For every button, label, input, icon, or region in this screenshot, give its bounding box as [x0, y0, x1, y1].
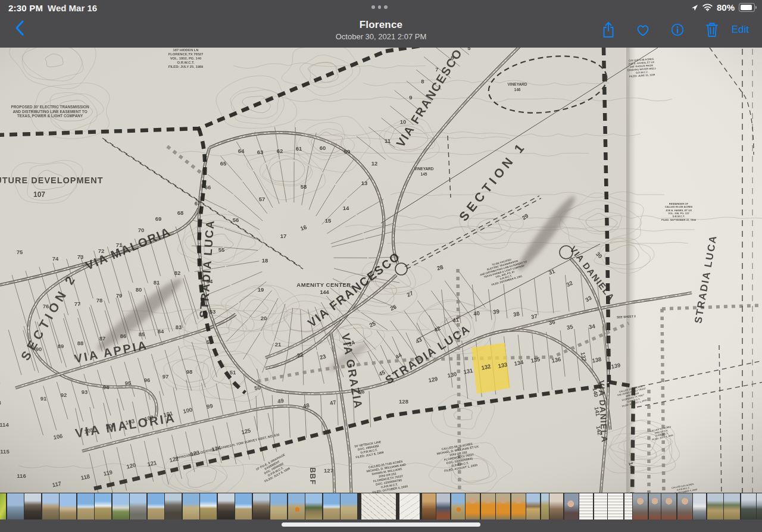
filmstrip-thumb[interactable] [511, 493, 526, 520]
area-label: AMENITY CENTER [296, 281, 351, 288]
filmstrip-thumb[interactable] [633, 493, 648, 520]
status-time: 2:30 PM [8, 3, 43, 13]
area-label: FUTURE DEVELOPMENT [0, 176, 104, 185]
filmstrip-thumb[interactable] [183, 493, 199, 520]
lot-number: 2 [0, 378, 1, 384]
plat-map-photo[interactable]: VIA MALORIAVIA APPIAVIA MALORIASTRADIA L… [0, 48, 762, 493]
lot-number: 19 [258, 286, 264, 293]
lot-number: 6 [451, 54, 454, 61]
lot-number: 60 [320, 145, 326, 151]
filmstrip-thumb[interactable] [693, 493, 706, 520]
filmstrip-thumb[interactable] [481, 493, 495, 520]
photos-app-screen: 2:30 PM Wed Mar 16 80% Florence October … [0, 0, 762, 532]
lot-number: 20 [261, 315, 267, 321]
lot-number: 86 [120, 333, 127, 339]
lot-number: 63 [257, 149, 264, 155]
lot-number: 91 [40, 395, 47, 402]
lot-number: 66 [205, 184, 211, 190]
home-indicator[interactable] [282, 522, 480, 527]
filmstrip-thumb[interactable] [113, 493, 129, 520]
lot-number: 58 [301, 183, 307, 190]
info-button[interactable] [660, 19, 695, 40]
filmstrip-thumb[interactable] [77, 493, 94, 520]
lot-number: 39 [493, 308, 500, 315]
filmstrip-thumb[interactable] [235, 493, 252, 520]
filmstrip-thumb[interactable] [323, 493, 340, 520]
filmstrip-thumb[interactable] [422, 493, 436, 520]
lot-number: 13 [361, 180, 368, 186]
filmstrip-thumb[interactable] [677, 493, 692, 520]
filmstrip-thumb[interactable] [42, 493, 59, 520]
favorite-button[interactable] [626, 19, 660, 40]
filmstrip-thumb[interactable] [594, 493, 607, 520]
filmstrip-thumb[interactable] [305, 493, 322, 520]
area-label: 107 [33, 190, 45, 199]
filmstrip-thumb[interactable] [624, 493, 632, 520]
filmstrip-thumb[interactable] [0, 493, 6, 520]
lot-number: 73 [77, 254, 84, 260]
filmstrip-thumb[interactable] [95, 493, 111, 520]
lot-number: 65 [220, 160, 227, 167]
filmstrip-thumb[interactable] [200, 493, 217, 520]
edit-button[interactable]: Edit [729, 24, 762, 36]
multitasking-dots-icon[interactable] [371, 5, 388, 9]
filmstrip-thumb[interactable] [564, 493, 579, 520]
filmstrip-thumb[interactable] [60, 493, 76, 520]
heart-icon [635, 23, 651, 37]
filmstrip-thumb[interactable] [130, 493, 146, 520]
filmstrip-thumb[interactable] [741, 493, 756, 520]
filmstrip-thumb[interactable] [288, 493, 305, 520]
filmstrip-thumb[interactable] [608, 493, 623, 520]
filmstrip-thumb[interactable] [579, 493, 593, 520]
lot-number: 67 [195, 200, 201, 206]
filmstrip-thumb[interactable] [24, 493, 41, 520]
lot-number: 8 [421, 78, 424, 85]
filmstrip-thumb[interactable] [466, 493, 480, 520]
filmstrip-scrubber[interactable] [0, 493, 762, 520]
lot-number: 69 [155, 215, 162, 222]
filmstrip-thumb[interactable] [218, 493, 235, 520]
filmstrip-thumb[interactable] [7, 493, 24, 520]
lot-number: 15 [325, 217, 332, 224]
filmstrip-thumb[interactable] [253, 493, 270, 520]
trash-icon [705, 22, 719, 37]
filmstrip-thumb[interactable] [148, 493, 164, 520]
filmstrip-current-thumb[interactable] [361, 493, 396, 520]
filmstrip-thumb[interactable] [541, 493, 549, 520]
lot-number: 40 [473, 309, 480, 317]
filmstrip-thumb[interactable] [757, 493, 762, 520]
delete-button[interactable] [695, 19, 729, 40]
lot-number: 59 [344, 148, 351, 155]
lot-number: 5 [467, 48, 471, 51]
lot-number: 97 [163, 373, 169, 380]
lot-number: 61 [296, 145, 302, 152]
filmstrip-thumb[interactable] [270, 493, 287, 520]
location-icon [691, 4, 698, 11]
lot-number: 95 [125, 380, 132, 386]
lot-number: 74 [52, 255, 59, 262]
filmstrip-thumb[interactable] [549, 493, 563, 520]
lot-number: 11 [385, 137, 391, 144]
filmstrip-thumb[interactable] [451, 493, 465, 520]
filmstrip-thumb[interactable] [707, 493, 723, 520]
filmstrip-thumb[interactable] [496, 493, 510, 520]
lot-number: 14 [343, 205, 349, 211]
lot-number: 85 [139, 331, 145, 337]
lot-number: 77 [74, 301, 81, 307]
lot-number: 21 [275, 341, 282, 348]
filmstrip-thumb[interactable] [436, 493, 450, 520]
filmstrip-thumb[interactable] [724, 493, 740, 520]
lot-number: 38 [513, 310, 520, 318]
filmstrip-thumb[interactable] [341, 493, 357, 520]
filmstrip-thumb[interactable] [526, 493, 540, 520]
share-button[interactable] [591, 19, 626, 40]
lot-number: 57 [259, 196, 266, 202]
filmstrip-thumb[interactable] [661, 493, 676, 520]
share-icon [602, 21, 615, 38]
filmstrip-thumb[interactable] [165, 493, 182, 520]
lot-number: 114 [0, 421, 9, 428]
lot-number: 52 [207, 339, 213, 345]
filmstrip-thumb[interactable] [399, 493, 420, 520]
wifi-icon [702, 4, 713, 11]
filmstrip-thumb[interactable] [649, 493, 661, 520]
